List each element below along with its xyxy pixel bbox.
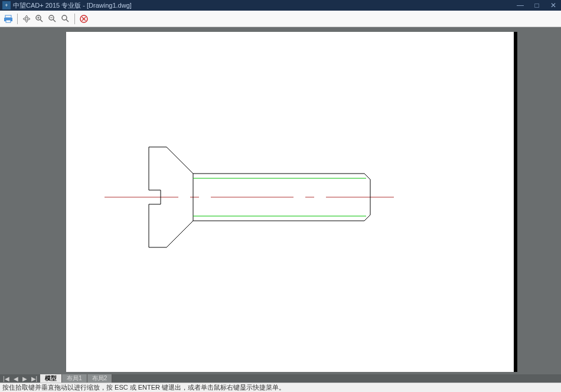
pan-button[interactable]	[21, 13, 32, 25]
titlebar: + 中望CAD+ 2015 专业版 - [Drawing1.dwg] — □ ✕	[0, 0, 561, 11]
print-button[interactable]	[2, 13, 14, 25]
tab-next-button[interactable]: ▶	[21, 375, 29, 382]
close-button[interactable]: ✕	[548, 1, 559, 9]
zoom-extent-button[interactable]	[60, 13, 71, 25]
tab-first-button[interactable]: |◀	[1, 375, 11, 382]
svg-rect-0	[5, 15, 11, 18]
canvas-edge	[514, 32, 517, 372]
svg-line-4	[40, 19, 43, 22]
toolbar-divider	[17, 14, 18, 24]
tab-last-button[interactable]: ▶|	[30, 375, 40, 382]
close-preview-button[interactable]	[78, 13, 90, 25]
layout-tabbar: |◀ ◀ ▶ ▶| 模型 布局1 布局2	[0, 374, 561, 383]
svg-line-11	[66, 19, 69, 22]
drawing-area	[0, 27, 561, 374]
layout-tabs: 模型 布局1 布局2	[40, 374, 112, 383]
technical-drawing	[66, 32, 514, 372]
window-title: 中望CAD+ 2015 专业版 - [Drawing1.dwg]	[13, 1, 515, 10]
svg-point-10	[62, 15, 67, 20]
maximize-button[interactable]: □	[531, 1, 542, 9]
app-icon: +	[2, 1, 11, 9]
svg-rect-2	[6, 20, 11, 22]
tab-model[interactable]: 模型	[40, 374, 62, 383]
zoom-out-button[interactable]	[47, 13, 58, 25]
svg-line-27	[167, 147, 193, 174]
statusbar: 按住拾取键并垂直拖动以进行缩放，按 ESC 或 ENTER 键退出，或者单击鼠标…	[0, 383, 561, 392]
tab-layout1[interactable]: 布局1	[62, 374, 87, 383]
tab-layout2[interactable]: 布局2	[87, 374, 113, 383]
tab-prev-button[interactable]: ◀	[12, 375, 20, 382]
app-name: 中望CAD+ 2015 专业版	[13, 2, 81, 9]
minimize-button[interactable]: —	[515, 1, 526, 9]
svg-line-28	[167, 221, 193, 247]
tab-navigation: |◀ ◀ ▶ ▶|	[0, 375, 40, 382]
drawing-canvas[interactable]	[66, 32, 514, 372]
toolbar-divider	[74, 14, 75, 24]
toolbar	[0, 11, 561, 27]
zoom-in-button[interactable]	[34, 13, 45, 25]
svg-line-8	[53, 19, 56, 22]
status-message: 按住拾取键并垂直拖动以进行缩放，按 ESC 或 ENTER 键退出，或者单击鼠标…	[2, 383, 285, 392]
document-name: [Drawing1.dwg]	[87, 2, 132, 9]
window-controls: — □ ✕	[515, 1, 559, 9]
